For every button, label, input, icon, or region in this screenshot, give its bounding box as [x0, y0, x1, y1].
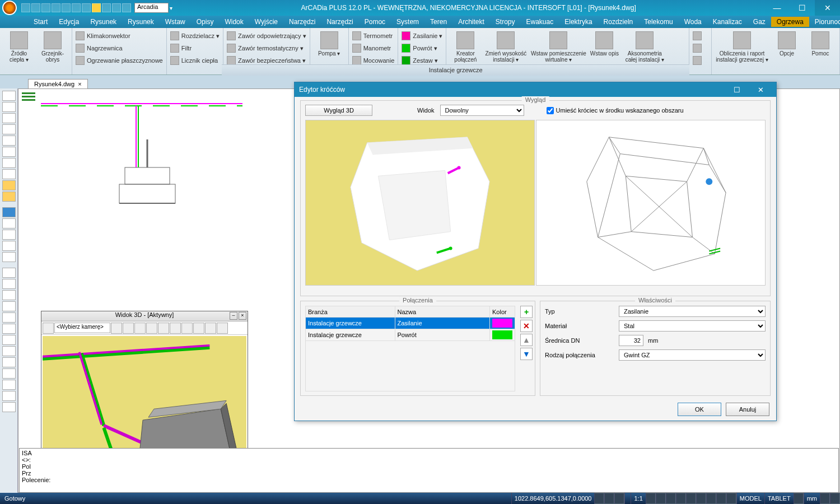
view3d-tool[interactable]: [170, 323, 181, 334]
menu-item[interactable]: Rozdzieln: [598, 17, 639, 27]
prop-material-select[interactable]: Stal: [619, 320, 766, 332]
center-checkbox[interactable]: Umieść króciec w środku wskazanego obsza…: [547, 107, 684, 114]
layer-combo[interactable]: Arcadia: [134, 3, 169, 13]
status-icon[interactable]: [604, 493, 614, 504]
ribbon-zawor-termostatyczny[interactable]: Zawór termostatyczny ▾: [227, 43, 306, 54]
menu-item[interactable]: Narzędzi: [321, 17, 358, 27]
preview-3d-shaded[interactable]: [305, 120, 535, 286]
tool-button[interactable]: [2, 102, 16, 112]
ribbon-zasilanie[interactable]: Zasilanie ▾: [402, 30, 442, 41]
menu-item[interactable]: Architekt: [452, 17, 490, 27]
move-down-button[interactable]: ▼: [520, 348, 533, 360]
ribbon-filtr[interactable]: Filtr: [170, 43, 220, 54]
tool-button[interactable]: [2, 113, 16, 123]
menu-item[interactable]: Ewakuac: [521, 17, 559, 27]
view3d-tool[interactable]: [217, 323, 228, 334]
menu-item[interactable]: Rysunek: [85, 17, 122, 27]
qat-button[interactable]: [122, 3, 131, 12]
tool-button[interactable]: [2, 368, 16, 379]
view3d-tool[interactable]: [158, 323, 169, 334]
menu-item[interactable]: Teren: [424, 17, 452, 27]
menu-item[interactable]: Pomoc: [359, 17, 391, 27]
preview-3d-wire[interactable]: [536, 120, 766, 286]
ribbon-small[interactable]: [693, 55, 702, 66]
status-icon[interactable]: [646, 493, 656, 504]
ribbon-manometr[interactable]: Manometr: [352, 43, 395, 54]
ribbon-nagrzewnica[interactable]: Nagrzewnica: [76, 43, 163, 54]
tool-button[interactable]: [2, 192, 16, 202]
menu-item[interactable]: Piorunoc: [809, 17, 840, 27]
add-row-button[interactable]: +: [520, 306, 533, 318]
status-icon[interactable]: [706, 493, 716, 504]
view3d-tool[interactable]: [193, 323, 204, 334]
ribbon-zawor-odpowietrzajacy[interactable]: Zawór odpowietrzający ▾: [227, 30, 306, 41]
ribbon-ogrzewanie-plaszczyznowe[interactable]: Ogrzewanie płaszczyznowe: [76, 55, 163, 66]
menu-item[interactable]: Opisy: [191, 17, 220, 27]
ribbon-klimakonwektor[interactable]: Klimakonwektor: [76, 30, 163, 41]
command-line[interactable]: ISA <>: Pol Prz Polecenie:: [19, 448, 839, 493]
minimize-button[interactable]: —: [764, 0, 790, 16]
ribbon-small[interactable]: [693, 43, 702, 54]
menu-item[interactable]: Start: [28, 17, 53, 27]
tool-button[interactable]: [2, 279, 16, 289]
view3d-tool[interactable]: [123, 323, 134, 334]
qat-button[interactable]: [62, 3, 71, 12]
delete-row-button[interactable]: ✕: [520, 320, 533, 332]
prop-connection-select[interactable]: Gwint GZ: [619, 349, 766, 361]
maximize-button[interactable]: ☐: [790, 0, 815, 16]
qat-button[interactable]: [72, 3, 81, 12]
view3d-tool[interactable]: [205, 323, 216, 334]
view3d-tool[interactable]: [43, 323, 54, 334]
tool-button[interactable]: [2, 312, 16, 323]
menu-item[interactable]: Wyjście: [249, 17, 283, 27]
prop-dn-input[interactable]: [619, 335, 643, 346]
view3d-tool[interactable]: [146, 323, 157, 334]
status-icon[interactable]: [676, 493, 686, 504]
ribbon-termometr[interactable]: Termometr: [352, 30, 395, 41]
qat-button[interactable]: [102, 3, 111, 12]
prop-type-select[interactable]: Zasilanie: [619, 306, 766, 317]
menu-item[interactable]: Widok: [219, 17, 249, 27]
status-bmp[interactable]: [624, 493, 631, 504]
menu-item[interactable]: Rysunek: [122, 17, 160, 27]
view-select[interactable]: Dowolny: [440, 105, 524, 116]
close-button[interactable]: ✕: [815, 0, 840, 16]
tool-button[interactable]: [2, 391, 16, 401]
status-scale[interactable]: 1:1: [631, 493, 645, 504]
status-tablet[interactable]: TABLET: [764, 493, 794, 504]
panel-min-icon[interactable]: –: [230, 312, 237, 320]
dialog-maximize-button[interactable]: ☐: [726, 86, 748, 94]
tool-button[interactable]: [2, 136, 16, 146]
tool-button[interactable]: [2, 268, 16, 278]
tool-button[interactable]: [2, 91, 16, 101]
status-icon[interactable]: [794, 493, 804, 504]
tool-button[interactable]: [2, 180, 16, 190]
tool-button[interactable]: [2, 402, 16, 412]
close-tab-icon[interactable]: ×: [78, 81, 81, 87]
status-icon[interactable]: [686, 493, 696, 504]
status-icon[interactable]: [696, 493, 706, 504]
document-tab[interactable]: Rysunek4.dwg ×: [28, 79, 88, 88]
menu-item[interactable]: Kanalizac: [707, 17, 748, 27]
tool-button[interactable]: [2, 380, 16, 390]
tool-button[interactable]: [2, 230, 16, 240]
table-row[interactable]: Instalacje grzewczePowrót: [306, 329, 515, 341]
tool-button[interactable]: [2, 346, 16, 356]
dialog-close-button[interactable]: ✕: [749, 86, 772, 94]
status-icon[interactable]: [830, 493, 840, 504]
status-model[interactable]: MODEL: [736, 493, 764, 504]
panel-close-icon[interactable]: ×: [239, 312, 246, 320]
ribbon-heat-source[interactable]: Źródło ciepła ▾: [3, 29, 35, 73]
menu-item[interactable]: Gaz: [748, 17, 771, 27]
status-icon[interactable]: [726, 493, 736, 504]
tool-button[interactable]: [2, 218, 16, 228]
tool-button[interactable]: [2, 169, 16, 179]
menu-item[interactable]: Elektryka: [559, 17, 598, 27]
tool-button[interactable]: [2, 335, 16, 345]
ribbon-rozdzielacz[interactable]: Rozdzielacz ▾: [170, 30, 220, 41]
tool-button[interactable]: [2, 301, 16, 311]
tool-button[interactable]: [2, 124, 16, 134]
move-up-button[interactable]: ▲: [520, 334, 533, 346]
tool-button[interactable]: [2, 241, 16, 251]
view3d-mode-button[interactable]: Wygląd 3D: [305, 105, 372, 116]
